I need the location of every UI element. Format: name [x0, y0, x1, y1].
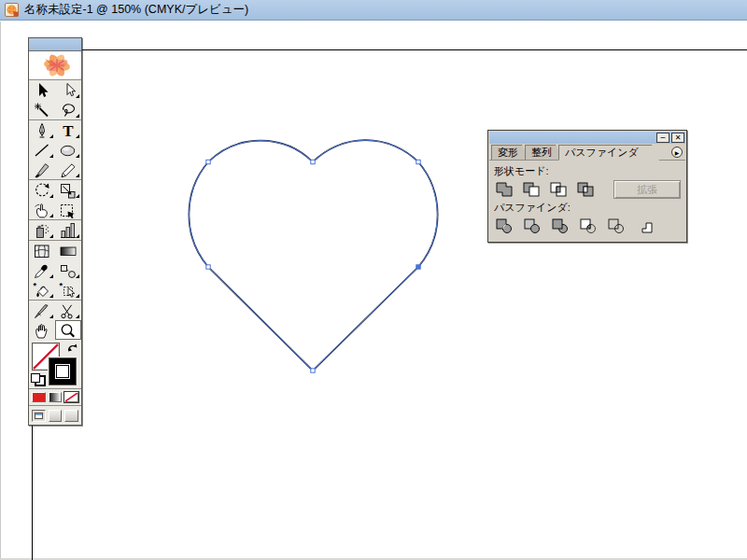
svg-text:*: *	[60, 282, 63, 290]
pen-tool[interactable]	[29, 120, 55, 140]
swap-fill-stroke-icon[interactable]	[66, 342, 78, 354]
stroke-swatch-black[interactable]	[49, 357, 77, 385]
ellipse-tool[interactable]	[55, 140, 81, 160]
fill-stroke-proxy[interactable]	[29, 340, 81, 388]
tool-group	[29, 301, 81, 340]
artboard-top-edge	[32, 49, 747, 50]
toolbox-palette[interactable]: T**	[28, 37, 82, 426]
selection-tool[interactable]	[29, 80, 55, 100]
trim-button[interactable]	[522, 217, 543, 234]
merge-button[interactable]	[550, 217, 571, 234]
tab-変形[interactable]: 変形	[491, 145, 529, 160]
default-fill-stroke-icon[interactable]	[31, 373, 46, 386]
live-paint-bucket-tool[interactable]: *	[29, 280, 55, 300]
scale-icon	[58, 182, 78, 199]
add-to-shape-area-button[interactable]	[494, 181, 514, 198]
standard-screen-mode-button[interactable]	[32, 410, 46, 422]
gradient-button[interactable]	[49, 392, 63, 402]
direct-selection-icon	[58, 82, 78, 99]
paintbrush-icon	[32, 161, 52, 178]
color-button-row	[29, 388, 81, 405]
mesh-tool[interactable]	[29, 241, 55, 260]
minimize-button[interactable]: ─	[656, 133, 669, 143]
lasso-icon	[58, 102, 78, 119]
slice-tool[interactable]	[29, 301, 55, 320]
svg-text:*: *	[34, 282, 37, 290]
panel-tab-row: 変形整列パスファインダ ▶	[489, 144, 685, 161]
paintbrush-tool[interactable]	[29, 160, 55, 179]
panel-body: 形状モード: 拡張 パスファインダ:	[489, 161, 685, 241]
eyedropper-icon	[32, 262, 52, 279]
lasso-tool[interactable]	[55, 100, 81, 119]
illustrator-document-icon	[5, 3, 19, 17]
column-graph-tool[interactable]	[55, 220, 81, 240]
warp-icon	[32, 202, 52, 218]
color-button[interactable]	[32, 392, 46, 402]
screen-mode-row	[29, 405, 81, 425]
rotate-tool[interactable]	[29, 180, 55, 200]
panel-titlebar[interactable]: ─✕	[489, 132, 685, 144]
tool-group	[29, 220, 81, 241]
line-segment-tool[interactable]	[29, 140, 55, 160]
window-title: 名称未設定-1 @ 150% (CMYK/プレビュー)	[24, 2, 248, 18]
tab-整列[interactable]: 整列	[525, 145, 563, 160]
tool-group	[29, 180, 81, 220]
tool-group: T	[29, 120, 81, 180]
window-titlebar[interactable]: 名称未設定-1 @ 150% (CMYK/プレビュー)	[0, 0, 747, 21]
eyedropper-tool[interactable]	[29, 260, 55, 280]
shape-mode-label: 形状モード:	[494, 164, 681, 178]
crop-button[interactable]	[578, 217, 599, 234]
svg-text:T: T	[63, 122, 74, 139]
none-button[interactable]	[64, 392, 78, 402]
illustrator-flower-logo-icon	[29, 51, 81, 80]
line-segment-icon	[32, 142, 52, 159]
subtract-from-shape-area-button[interactable]	[521, 181, 542, 198]
expand-button[interactable]: 拡張	[613, 180, 681, 199]
magic-wand-icon	[32, 102, 52, 119]
slice-icon	[32, 302, 52, 319]
tab-パスファインダ[interactable]: パスファインダ	[558, 145, 659, 161]
rotate-icon	[32, 182, 52, 199]
live-paint-bucket-icon: *	[32, 282, 52, 299]
toolbox-titlebar[interactable]	[29, 38, 81, 51]
exclude-shape-areas-button[interactable]	[575, 181, 596, 198]
column-graph-icon	[58, 222, 78, 239]
divide-button[interactable]	[494, 217, 514, 234]
scissors-tool[interactable]	[55, 301, 81, 320]
free-transform-tool[interactable]	[55, 200, 81, 219]
ellipse-icon	[58, 142, 78, 159]
symbol-sprayer-tool[interactable]	[29, 220, 55, 240]
close-button[interactable]: ✕	[671, 133, 684, 143]
mesh-icon	[32, 243, 52, 259]
direct-selection-tool[interactable]	[55, 80, 81, 100]
document-canvas[interactable]	[0, 21, 747, 560]
tool-group: **	[29, 241, 81, 301]
pencil-icon	[58, 161, 78, 178]
pen-icon	[32, 122, 52, 139]
gradient-tool[interactable]	[55, 241, 81, 260]
magic-wand-tool[interactable]	[29, 100, 55, 119]
full-screen-button[interactable]	[64, 410, 78, 422]
panel-menu-button[interactable]: ▶	[671, 147, 683, 158]
scissors-icon	[58, 302, 78, 319]
hand-icon	[32, 322, 52, 339]
live-paint-selection-tool[interactable]: *	[55, 280, 81, 300]
outline-button[interactable]	[606, 217, 627, 234]
free-transform-icon	[58, 202, 78, 218]
intersect-shape-areas-button[interactable]	[548, 181, 569, 198]
hand-tool[interactable]	[29, 320, 55, 340]
warp-tool[interactable]	[29, 200, 55, 219]
type-icon: T	[58, 122, 78, 139]
gradient-icon	[58, 243, 78, 259]
zoom-tool[interactable]	[55, 320, 81, 340]
pathfinder-label: パスファインダ:	[494, 201, 681, 215]
live-paint-selection-icon: *	[58, 282, 78, 299]
pathfinder-panel[interactable]: ─✕ 変形整列パスファインダ ▶ 形状モード: 拡張 パスファインダ:	[487, 130, 687, 243]
full-screen-with-menu-button[interactable]	[49, 410, 63, 422]
minus-back-button[interactable]	[634, 217, 655, 234]
blend-tool[interactable]	[55, 260, 81, 280]
pencil-tool[interactable]	[55, 160, 81, 179]
tool-group	[29, 80, 81, 120]
scale-tool[interactable]	[55, 180, 81, 200]
type-tool[interactable]: T	[55, 120, 81, 140]
